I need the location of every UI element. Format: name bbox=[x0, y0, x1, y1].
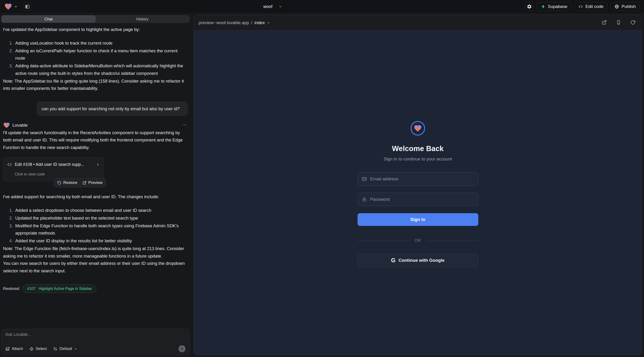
chat-history-tabs: Chat History bbox=[1, 15, 190, 23]
chat-panel: Chat History I've updated the AppSidebar… bbox=[0, 13, 191, 357]
crosshair-icon bbox=[29, 347, 34, 351]
list-item: Adding an isCurrentPath helper function … bbox=[14, 47, 188, 62]
chevron-down-icon bbox=[267, 21, 270, 24]
list-item: Modified the Edge Function to handle bot… bbox=[14, 222, 188, 237]
signin-card: Welcome Back Sign in to continue to your… bbox=[358, 121, 478, 267]
publish-button[interactable]: Publish bbox=[610, 2, 640, 11]
list-item: Adding useLocation hook to track the cur… bbox=[14, 40, 188, 47]
password-input[interactable] bbox=[370, 197, 474, 202]
restored-label: Restored bbox=[3, 285, 19, 292]
assistant-message-list: Added a select dropdown to choose betwee… bbox=[3, 207, 188, 245]
edit-code-button[interactable]: Edit code bbox=[574, 2, 608, 11]
supabase-label: Supabase bbox=[548, 4, 567, 9]
sidebar-panel-icon bbox=[25, 4, 30, 9]
assistant-message-list: Adding useLocation hook to track the cur… bbox=[3, 40, 188, 77]
list-item: Updated the placeholder text based on th… bbox=[14, 214, 188, 222]
signin-subtitle: Sign in to continue to your account bbox=[384, 156, 452, 162]
chevron-down-icon bbox=[74, 347, 78, 351]
restored-title: Highlight Active Page in Sidebar bbox=[39, 287, 92, 291]
restored-version-badge[interactable]: #107 Highlight Active Page in Sidebar bbox=[23, 284, 96, 293]
toggle-sidebar-button[interactable] bbox=[23, 2, 32, 11]
edit-card[interactable]: Edit #108 • Add user ID search supp... C… bbox=[3, 157, 104, 181]
tab-history[interactable]: History bbox=[96, 16, 189, 22]
restore-icon bbox=[58, 181, 62, 185]
google-signin-label: Continue with Google bbox=[398, 258, 444, 263]
assistant-header: Lovable bbox=[3, 122, 188, 129]
refresh-button[interactable] bbox=[630, 20, 636, 26]
tab-chat[interactable]: Chat bbox=[2, 16, 96, 22]
settings-button[interactable] bbox=[525, 2, 534, 11]
list-item: Adding data-active attribute to SidebarM… bbox=[14, 62, 188, 77]
preview-url-host: preview--woof.lovable.app bbox=[199, 20, 249, 25]
chat-messages: I've updated the AppSidebar component to… bbox=[0, 23, 191, 326]
chevron-right-icon bbox=[96, 162, 100, 166]
preview-window: preview--woof.lovable.app / index bbox=[194, 15, 642, 355]
edit-code-label: Edit code bbox=[585, 4, 604, 9]
edit-card-title: Edit #108 • Add user ID search supp... bbox=[15, 161, 84, 168]
divider-line bbox=[358, 241, 409, 241]
project-switcher[interactable]: woof bbox=[263, 4, 282, 9]
envelope-icon bbox=[362, 176, 367, 182]
lovable-heart-icon bbox=[4, 2, 12, 10]
lovable-app: woof Supabase Edit code bbox=[0, 0, 644, 357]
preview-actions bbox=[601, 20, 636, 26]
divider-line bbox=[427, 241, 478, 241]
edit-card-header: Edit #108 • Add user ID search supp... bbox=[7, 161, 100, 168]
email-input[interactable] bbox=[370, 176, 474, 182]
preview-button[interactable]: Preview bbox=[82, 180, 102, 185]
restore-button[interactable]: Restore bbox=[58, 180, 78, 185]
topbar: woof Supabase Edit code bbox=[0, 0, 644, 13]
ellipsis-icon bbox=[182, 122, 187, 127]
chevron-down-icon bbox=[14, 5, 18, 8]
supabase-icon bbox=[541, 4, 546, 9]
preview-url-breadcrumb[interactable]: preview--woof.lovable.app / index bbox=[199, 20, 270, 25]
refresh-icon bbox=[630, 20, 635, 25]
external-link-icon bbox=[602, 20, 607, 25]
google-g-icon: G bbox=[391, 258, 396, 263]
list-item: Added the user ID display in the results… bbox=[14, 237, 188, 245]
composer-toolbar: Attach Select Default bbox=[6, 345, 186, 352]
sliders-icon bbox=[53, 347, 58, 351]
image-plus-icon bbox=[6, 347, 10, 351]
preview-label: Preview bbox=[88, 180, 102, 185]
heart-icon bbox=[414, 124, 422, 132]
sign-in-button[interactable]: Sign in bbox=[358, 213, 478, 226]
password-field bbox=[358, 192, 478, 206]
or-divider: OR bbox=[358, 238, 478, 243]
restored-version: #107 bbox=[27, 287, 36, 291]
arrow-up-icon bbox=[180, 347, 184, 351]
project-name: woof bbox=[263, 4, 272, 9]
chat-input[interactable] bbox=[6, 332, 186, 337]
attach-label: Attach bbox=[12, 346, 23, 351]
mobile-device-icon bbox=[616, 20, 621, 25]
divider-label: OR bbox=[415, 238, 421, 243]
mode-selector[interactable]: Default bbox=[53, 346, 78, 351]
preview-iframe: Welcome Back Sign in to continue to your… bbox=[194, 30, 642, 355]
restored-row: Restored #107 Highlight Active Page in S… bbox=[3, 284, 188, 293]
google-signin-button[interactable]: G Continue with Google bbox=[358, 254, 478, 267]
supabase-button[interactable]: Supabase bbox=[537, 2, 571, 11]
user-message-bubble: can you add support for searching not on… bbox=[36, 102, 188, 116]
open-in-new-tab-button[interactable] bbox=[601, 20, 607, 26]
lovable-logo-menu[interactable] bbox=[4, 2, 18, 10]
code-icon bbox=[578, 4, 583, 9]
chevron-down-icon bbox=[278, 5, 282, 8]
message-menu-button[interactable] bbox=[181, 122, 188, 129]
send-button[interactable] bbox=[178, 345, 186, 352]
assistant-note-text: Note: The AppSidebar.tsx file is getting… bbox=[3, 78, 188, 92]
app-logo bbox=[411, 121, 425, 136]
select-element-button[interactable]: Select bbox=[29, 346, 47, 351]
edit-card-actions: Restore Preview bbox=[54, 178, 106, 188]
edit-card-subtitle: Click to view code bbox=[7, 170, 100, 178]
attach-button[interactable]: Attach bbox=[6, 346, 23, 351]
topbar-left bbox=[4, 2, 32, 11]
mobile-view-button[interactable] bbox=[616, 20, 622, 26]
publish-label: Publish bbox=[622, 4, 636, 9]
assistant-message-text: I'll update the search functionality in … bbox=[3, 129, 188, 151]
list-item: Added a select dropdown to choose betwee… bbox=[14, 207, 188, 214]
composer: Attach Select Default bbox=[1, 329, 190, 355]
lovable-heart-icon bbox=[3, 122, 10, 129]
select-label: Select bbox=[36, 346, 47, 351]
mode-label: Default bbox=[59, 346, 72, 351]
assistant-name: Lovable bbox=[12, 122, 28, 129]
